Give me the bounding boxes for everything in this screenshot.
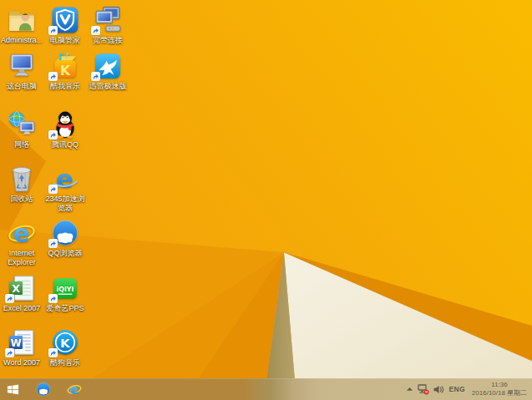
icon-label: QQ浏览器 xyxy=(43,249,87,258)
desktop-icon-this-pc[interactable]: 这台电脑 xyxy=(0,52,43,91)
icon-label: 网络 xyxy=(0,140,43,149)
shortcut-arrow-icon xyxy=(91,26,100,35)
app-icon xyxy=(8,165,36,193)
app-icon xyxy=(8,6,36,34)
desktop-icon-iqiyi-pps[interactable]: 爱奇艺PPS xyxy=(43,274,87,313)
desktop-icon-kugou-music[interactable]: 酷狗音乐 xyxy=(43,328,87,367)
desktop-icon-recycle-bin[interactable]: 回收站 xyxy=(0,165,43,204)
desktop-icon-tencent-qq[interactable]: 腾讯QQ xyxy=(43,110,87,149)
app-icon xyxy=(67,382,82,397)
app-icon xyxy=(36,382,51,397)
language-indicator[interactable]: ENG xyxy=(448,385,465,393)
volume-icon[interactable] xyxy=(433,385,444,394)
network-status-icon[interactable] xyxy=(418,384,429,395)
desktop-icon-broadband-connection[interactable]: 宽带连接 xyxy=(86,6,129,45)
shortcut-arrow-icon xyxy=(48,185,58,194)
clock-date: 2016/10/18 星期二 xyxy=(469,389,529,397)
icon-label: 迅雷极速版 xyxy=(86,82,129,91)
taskbar-internet-explorer-button[interactable] xyxy=(63,378,85,400)
app-icon xyxy=(8,110,36,139)
shortcut-arrow-icon xyxy=(5,294,14,303)
icon-label: 宽带连接 xyxy=(86,36,129,45)
shortcut-arrow-icon xyxy=(48,130,58,139)
show-hidden-icons-button[interactable] xyxy=(406,386,413,392)
desktop: Administra... 电脑管家 宽带连接 这台电脑 xyxy=(0,0,532,400)
desktop-icon-xunlei-speed[interactable]: 迅雷极速版 xyxy=(86,52,129,91)
desktop-icon-excel-2007[interactable]: Excel 2007 xyxy=(0,274,43,313)
icon-label: Internet Explorer xyxy=(0,249,43,267)
icon-label: 回收站 xyxy=(0,195,43,204)
icon-label: Excel 2007 xyxy=(0,304,43,313)
icon-label: 爱奇艺PPS xyxy=(43,304,87,313)
taskbar: ENG 11:36 2016/10/18 星期二 xyxy=(0,378,532,400)
icon-label: 腾讯QQ xyxy=(43,140,87,149)
shortcut-arrow-icon xyxy=(48,26,58,35)
shortcut-arrow-icon xyxy=(48,348,58,357)
speaker-icon xyxy=(433,385,444,394)
icon-label: Word 2007 xyxy=(0,358,43,367)
desktop-icon-2345-browser[interactable]: 2345加速浏览器 xyxy=(43,165,87,213)
shortcut-arrow-icon xyxy=(5,348,14,357)
clock-time: 11:36 xyxy=(469,381,529,389)
desktop-icon-pc-manager[interactable]: 电脑管家 xyxy=(43,6,87,45)
windows-logo-icon xyxy=(7,383,19,396)
shortcut-arrow-icon xyxy=(48,294,58,303)
clock[interactable]: 11:36 2016/10/18 星期二 xyxy=(469,381,529,398)
chevron-up-icon xyxy=(406,386,413,392)
desktop-icons: Administra... 电脑管家 宽带连接 这台电脑 xyxy=(0,0,532,378)
taskbar-pinned-apps xyxy=(33,378,85,400)
shortcut-arrow-icon xyxy=(91,72,100,81)
start-button[interactable] xyxy=(2,378,23,400)
app-icon xyxy=(8,52,36,80)
desktop-icon-internet-explorer[interactable]: Internet Explorer xyxy=(0,219,43,267)
desktop-icon-kuwo-music[interactable]: 酷我音乐 xyxy=(43,52,87,91)
desktop-icon-word-2007[interactable]: Word 2007 xyxy=(0,328,43,367)
icon-label: Administra... xyxy=(0,36,43,45)
icon-label: 这台电脑 xyxy=(0,82,43,91)
desktop-icon-network[interactable]: 网络 xyxy=(0,110,43,149)
desktop-icon-administrator-folder[interactable]: Administra... xyxy=(0,6,43,45)
network-error-icon xyxy=(418,384,429,395)
icon-label: 酷我音乐 xyxy=(43,82,87,91)
shortcut-arrow-icon xyxy=(48,239,58,248)
icon-label: 酷狗音乐 xyxy=(43,358,87,367)
taskbar-qq-browser-button[interactable] xyxy=(33,378,54,400)
system-tray: ENG 11:36 2016/10/18 星期二 xyxy=(406,378,532,400)
shortcut-arrow-icon xyxy=(48,72,58,81)
desktop-icon-qq-browser[interactable]: QQ浏览器 xyxy=(43,219,87,258)
icon-label: 2345加速浏览器 xyxy=(43,195,87,213)
app-icon xyxy=(8,219,36,247)
icon-label: 电脑管家 xyxy=(43,36,87,45)
